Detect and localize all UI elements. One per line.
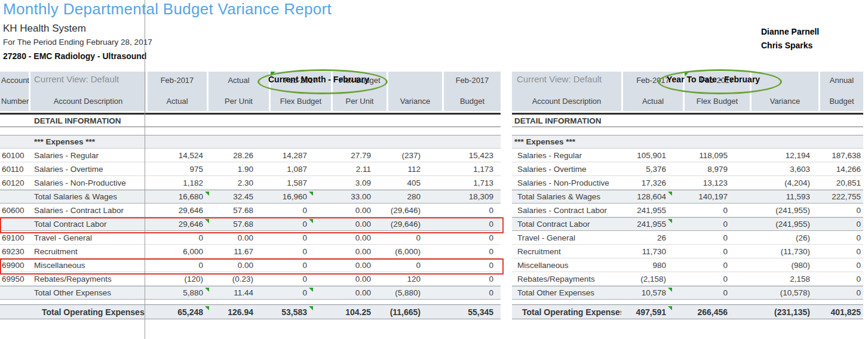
value-cell[interactable]: (241,955) [750,218,818,230]
value-cell[interactable]: 0 [818,204,863,217]
value-cell[interactable]: 14,287 [269,149,331,162]
value-cell[interactable]: 53,583 [269,305,331,319]
value-cell[interactable]: 20,851 [818,176,863,189]
value-cell[interactable]: (2,158) [621,272,683,285]
account-description-cell[interactable]: Total Other Expenses [512,286,621,299]
value-cell[interactable]: 1,713 [442,176,501,189]
value-cell[interactable]: (11,730) [750,245,818,258]
value-cell[interactable]: (980) [750,258,818,272]
value-cell[interactable]: 1,087 [269,162,331,175]
value-cell[interactable]: 2.30 [207,176,269,189]
value-cell[interactable]: 241,955 [621,204,683,217]
account-description-cell[interactable]: Total Salaries & Wages [29,190,146,203]
value-cell[interactable]: 0 [269,204,331,217]
value-cell[interactable]: 0 [442,204,501,217]
value-cell[interactable]: 15,423 [442,149,501,162]
value-cell[interactable]: (6,000) [387,245,442,258]
value-cell[interactable]: 0 [818,258,863,272]
value-cell[interactable]: 11,730 [621,245,683,258]
value-cell[interactable]: 65,248 [146,305,207,319]
value-cell[interactable]: 0.00 [331,204,387,217]
account-description-cell[interactable]: Recruitment [512,245,621,258]
value-cell[interactable]: 128,604 [621,190,683,203]
value-cell[interactable]: 0 [683,258,750,272]
value-cell[interactable]: 126.94 [207,305,269,319]
value-cell[interactable]: 10,578 [621,286,683,299]
account-number-cell[interactable]: 60600 [0,204,29,217]
account-description-cell[interactable]: Total Contract Labor [512,218,621,230]
account-number-cell[interactable]: 60110 [0,162,29,175]
value-cell[interactable]: (11,665) [387,305,442,319]
value-cell[interactable]: 2,158 [750,272,818,285]
value-cell[interactable]: 187,638 [818,149,863,162]
value-cell[interactable]: (237) [387,149,442,162]
value-cell[interactable]: (26) [750,231,818,244]
value-cell[interactable]: 1,182 [146,176,207,189]
account-number-cell[interactable] [0,190,29,203]
value-cell[interactable]: 112 [387,162,442,175]
value-cell[interactable]: 11,593 [750,190,818,203]
account-number-cell[interactable] [0,286,29,299]
column-header[interactable]: AccountNumber [0,72,29,111]
value-cell[interactable]: 140,197 [683,190,750,203]
value-cell[interactable]: 222,755 [818,190,863,203]
value-cell[interactable]: 11.44 [207,286,269,299]
column-header[interactable]: ActualPer Unit [207,72,269,111]
account-number-cell[interactable] [0,305,29,319]
value-cell[interactable]: 13,123 [683,176,750,189]
value-cell[interactable]: 0 [269,286,331,299]
value-cell[interactable]: 26 [621,231,683,244]
account-description-cell[interactable]: Salaries - Contract Labor [29,204,146,217]
value-cell[interactable]: 1,587 [269,176,331,189]
value-cell[interactable]: 12,194 [750,149,818,162]
value-cell[interactable]: 266,456 [683,305,750,319]
account-description-cell[interactable]: Salaries - Overtime [512,162,621,175]
value-cell[interactable]: 980 [621,258,683,272]
value-cell[interactable]: 401,825 [818,305,863,319]
account-description-cell[interactable]: Salaries - Non-Productive [29,176,146,189]
value-cell[interactable]: 0 [442,286,501,299]
value-cell[interactable]: 18,309 [442,190,501,203]
account-number-cell[interactable]: 60100 [0,149,29,162]
value-cell[interactable]: 0.00 [331,245,387,258]
value-cell[interactable]: 32.45 [207,190,269,203]
value-cell[interactable]: 975 [146,162,207,175]
value-cell[interactable]: (5,880) [387,286,442,299]
value-cell[interactable]: 0 [683,245,750,258]
account-number-cell[interactable]: 69230 [0,245,29,258]
value-cell[interactable]: 280 [387,190,442,203]
value-cell[interactable]: 241,955 [621,218,683,230]
value-cell[interactable]: (4,204) [750,176,818,189]
group-label-cell[interactable]: *** Expenses *** [0,135,501,148]
account-description-cell[interactable]: Salaries - Contract Labor [512,204,621,217]
account-description-cell[interactable]: Travel - General [512,231,621,244]
group-label-cell[interactable]: *** Expenses *** [512,135,863,148]
value-cell[interactable]: 55,345 [442,305,501,319]
account-description-cell[interactable]: Salaries - Overtime [29,162,146,175]
value-cell[interactable]: 6,000 [146,245,207,258]
value-cell[interactable]: 16,960 [269,190,331,203]
account-description-cell[interactable]: Recruitment [29,245,146,258]
value-cell[interactable]: 105,901 [621,149,683,162]
account-description-cell[interactable]: Salaries - Regular [512,149,621,162]
value-cell[interactable]: 3.09 [331,176,387,189]
value-cell[interactable]: 0.00 [331,286,387,299]
value-cell[interactable]: 497,591 [621,305,683,319]
account-number-cell[interactable]: 60120 [0,176,29,189]
value-cell[interactable]: (241,955) [750,204,818,217]
value-cell[interactable]: 17,326 [621,176,683,189]
value-cell[interactable]: 1,173 [442,162,501,175]
value-cell[interactable]: 0 [683,204,750,217]
value-cell[interactable]: 2.11 [331,162,387,175]
column-header[interactable]: Variance [387,72,442,111]
value-cell[interactable]: 33.00 [331,190,387,203]
value-cell[interactable]: (10,578) [750,286,818,299]
value-cell[interactable]: 29,646 [146,204,207,217]
value-cell[interactable]: 14,524 [146,149,207,162]
value-cell[interactable]: 1.90 [207,162,269,175]
value-cell[interactable]: (29,646) [387,204,442,217]
account-description-cell[interactable]: Salaries - Regular [29,149,146,162]
value-cell[interactable]: 0 [818,286,863,299]
value-cell[interactable]: 28.26 [207,149,269,162]
column-header[interactable]: Feb-2017Budget [442,72,501,111]
